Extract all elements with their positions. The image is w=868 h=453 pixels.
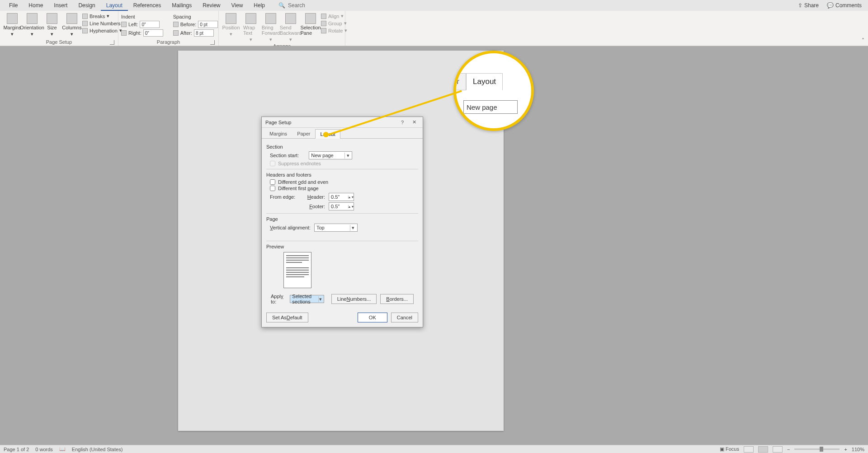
orientation-button[interactable]: Orientation▾ [23, 12, 42, 38]
zoom-in-button[interactable]: + [844, 447, 847, 452]
different-odd-even-label: Different odd and even [278, 179, 328, 185]
bring-forward-button: Bring Forward▾ [261, 12, 280, 43]
dialog-titlebar: Page Setup ? ✕ [262, 117, 423, 128]
vertical-alignment-combo[interactable]: Top▾ [314, 224, 358, 232]
selection-pane-button[interactable]: Selection Pane [301, 12, 320, 37]
zoom-out-button[interactable]: − [787, 447, 790, 452]
section-start-combo[interactable]: New page▾ [309, 151, 352, 159]
comments-button[interactable]: 💬Comments [827, 2, 862, 9]
dialog-tab-margins[interactable]: Margins [264, 129, 292, 138]
send-backward-label: Send Backward [280, 25, 302, 36]
indent-heading: Indent [121, 14, 163, 19]
indent-left-icon [121, 22, 127, 27]
different-odd-even-checkbox[interactable]: Different odd and even [270, 179, 418, 185]
search-box[interactable]: 🔍 Search [278, 2, 305, 9]
breaks-icon [82, 14, 88, 19]
tab-layout[interactable]: Layout [101, 0, 128, 11]
header-distance-input[interactable]: 0.5"▲▼ [329, 193, 354, 201]
dialog-tab-paper[interactable]: Paper [292, 129, 315, 138]
view-web-layout[interactable] [773, 446, 783, 453]
columns-button[interactable]: Columns▾ [62, 12, 81, 38]
comment-icon: 💬 [827, 2, 834, 9]
tab-design[interactable]: Design [73, 0, 100, 11]
wrap-text-button: Wrap Text▾ [241, 12, 260, 43]
spellcheck-icon[interactable]: 📖 [59, 446, 66, 452]
different-first-page-label: Different first page [278, 186, 319, 191]
tab-home[interactable]: Home [23, 0, 48, 11]
size-button[interactable]: Size▾ [42, 12, 61, 38]
chevron-down-icon: ▾ [350, 225, 356, 231]
chevron-down-icon: ▾ [344, 153, 351, 159]
line-numbers-icon [82, 21, 88, 26]
focus-mode-button[interactable]: ▣ Focus [720, 446, 739, 452]
status-page[interactable]: Page 1 of 2 [4, 447, 29, 452]
vertical-alignment-value: Top [316, 225, 325, 230]
size-label: Size [47, 25, 57, 30]
tab-file[interactable]: File [4, 0, 23, 11]
section-start-label: Section start: [270, 153, 299, 158]
zoom-value[interactable]: 110% [852, 447, 864, 452]
spacing-before-input[interactable]: 0 pt [198, 21, 218, 28]
chevron-down-icon: ▾ [318, 296, 323, 302]
zoom-thumb[interactable] [820, 447, 823, 452]
search-icon: 🔍 [278, 2, 285, 9]
tab-insert[interactable]: Insert [48, 0, 73, 11]
rotate-label: Rotate [328, 28, 343, 33]
tab-references[interactable]: References [128, 0, 166, 11]
tab-review[interactable]: Review [197, 0, 226, 11]
spinner-icon[interactable]: ▲▼ [348, 205, 354, 208]
document-area: Page Setup ? ✕ Margins Paper Layout Sect… [0, 46, 868, 445]
preview-thumbnail [283, 252, 311, 288]
different-first-page-checkbox[interactable]: Different first page [270, 186, 418, 191]
search-label: Search [288, 2, 305, 9]
set-as-default-button[interactable]: Set As Default [266, 313, 308, 322]
preview-heading: Preview [266, 244, 418, 249]
callout-magnifier: aper Layout New page [453, 51, 534, 131]
send-backward-button: Send Backward▾ [281, 12, 300, 43]
paragraph-launcher[interactable] [210, 40, 215, 45]
tab-view[interactable]: View [226, 0, 249, 11]
header-label: Header: [305, 194, 325, 200]
tab-mailings[interactable]: Mailings [166, 0, 197, 11]
cancel-button[interactable]: Cancel [391, 313, 418, 322]
apply-to-combo[interactable]: Selected sections▾ [290, 295, 324, 303]
view-print-layout[interactable] [758, 446, 768, 453]
margins-button[interactable]: Margins▾ [3, 12, 22, 38]
footer-distance-input[interactable]: 0.5"▲▼ [329, 202, 354, 210]
position-button: Position▾ [222, 12, 241, 38]
share-icon: ⇪ [798, 2, 802, 9]
dialog-close-button[interactable]: ✕ [408, 118, 420, 127]
align-label: Align [328, 14, 339, 19]
dialog-title: Page Setup [265, 120, 292, 125]
page-heading: Page [266, 216, 418, 222]
ok-button[interactable]: OK [358, 313, 387, 322]
zoom-slider[interactable] [794, 448, 840, 450]
page-setup-group-label: Page Setup [3, 39, 115, 46]
group-icon [321, 21, 326, 26]
status-language[interactable]: English (United States) [72, 447, 123, 452]
line-numbers-button[interactable]: Line Numbers... [331, 294, 377, 304]
footer-distance-value: 0.5" [331, 204, 340, 209]
vertical-alignment-label: Vertical alignment: [270, 225, 311, 230]
share-button[interactable]: ⇪Share [798, 2, 819, 9]
borders-button[interactable]: Borders... [380, 294, 414, 304]
status-words[interactable]: 0 words [35, 447, 53, 452]
paragraph-group-label: Paragraph [121, 39, 216, 46]
tab-help[interactable]: Help [248, 0, 270, 11]
spacing-before-label: Before: [180, 22, 196, 27]
status-bar: Page 1 of 2 0 words 📖 English (United St… [0, 445, 868, 453]
collapse-ribbon-button[interactable]: ˄ [862, 37, 864, 44]
columns-label: Columns [62, 25, 81, 30]
headers-footers-heading: Headers and footers [266, 172, 418, 177]
dialog-help-button[interactable]: ? [396, 118, 408, 127]
spinner-icon[interactable]: ▲▼ [348, 196, 354, 199]
indent-right-input[interactable]: 0" [143, 29, 163, 37]
view-read-mode[interactable] [744, 446, 754, 453]
selection-pane-label: Selection Pane [300, 25, 321, 36]
page-setup-launcher[interactable] [110, 40, 114, 45]
spacing-after-input[interactable]: 8 pt [194, 29, 214, 37]
callout-tab-layout: Layout [466, 73, 503, 90]
spacing-before-row: Before:0 pt [173, 21, 218, 28]
align-icon [321, 14, 326, 19]
indent-left-input[interactable]: 0" [140, 21, 160, 28]
